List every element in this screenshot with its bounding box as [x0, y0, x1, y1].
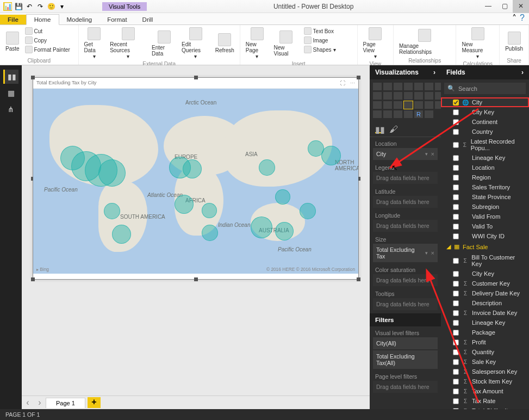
viz-type-icon[interactable]	[404, 92, 413, 100]
latitude-well[interactable]: Drag data fields here	[373, 196, 438, 208]
viz-type-icon[interactable]	[404, 83, 413, 90]
manage-relationships-button[interactable]: Manage Relationships	[398, 27, 451, 57]
tab-file[interactable]: File	[0, 15, 26, 24]
viz-type-icon[interactable]	[383, 92, 392, 100]
field-wwi-city-id[interactable]: WWI City ID	[441, 231, 529, 241]
viz-type-icon[interactable]	[425, 101, 433, 109]
field-checkbox[interactable]	[453, 330, 459, 336]
chevron-right-icon[interactable]: ›	[433, 69, 435, 76]
fields-tab-icon[interactable]: ▮▮	[375, 125, 384, 133]
minimize-button[interactable]: —	[480, 0, 496, 13]
new-visual-button[interactable]: New Visual	[272, 27, 299, 60]
viz-type-icon[interactable]	[383, 101, 392, 109]
size-well[interactable]: Total Excluding Tax▾×	[373, 244, 438, 262]
field-checkbox[interactable]	[453, 233, 459, 239]
field-checkbox[interactable]	[453, 165, 459, 171]
location-well[interactable]: City▾×	[373, 148, 438, 160]
field-tax-rate[interactable]: ΣTax Rate	[441, 396, 529, 406]
field-checkbox[interactable]	[453, 388, 459, 394]
field-valid-from[interactable]: Valid From	[441, 212, 529, 221]
field-checkbox[interactable]	[453, 281, 459, 287]
format-tab-icon[interactable]: 🖌	[389, 125, 398, 133]
field-city-key[interactable]: City Key	[441, 107, 529, 117]
edit-queries-button[interactable]: Edit Queries▾	[181, 27, 211, 60]
viz-type-icon[interactable]	[373, 110, 382, 118]
viz-type-icon[interactable]	[394, 101, 402, 109]
resize-handle[interactable]	[357, 277, 360, 281]
field-checkbox[interactable]	[453, 194, 459, 200]
get-data-button[interactable]: Get Data▾	[83, 27, 106, 60]
longitude-well[interactable]: Drag data fields here	[373, 220, 438, 232]
new-page-button[interactable]: New Page▾	[245, 27, 270, 60]
save-icon[interactable]: 💾	[14, 2, 23, 11]
field-checkbox[interactable]	[453, 204, 459, 210]
viz-type-icon[interactable]	[404, 110, 413, 118]
field-checkbox[interactable]	[453, 379, 459, 385]
field-continent[interactable]: Continent	[441, 117, 529, 127]
undo-icon[interactable]: ↶	[25, 2, 34, 11]
viz-type-icon[interactable]	[394, 110, 402, 118]
field-region[interactable]: Region	[441, 172, 529, 182]
field-tax-amount[interactable]: ΣTax Amount	[441, 386, 529, 396]
visualizations-header[interactable]: Visualizations›	[370, 65, 441, 79]
field-checkbox[interactable]	[453, 129, 459, 135]
resize-handle[interactable]	[31, 76, 35, 79]
field-bill-to-customer-key[interactable]: ΣBill To Customer Key	[441, 252, 529, 269]
field-checkbox[interactable]	[453, 155, 459, 161]
tab-modeling[interactable]: Modeling	[59, 15, 100, 24]
text-box-button[interactable]: Text Box	[303, 27, 353, 35]
data-view-icon[interactable]: ▦	[3, 86, 18, 100]
field-customer-key[interactable]: ΣCustomer Key	[441, 279, 529, 288]
color-saturation-well[interactable]: Drag data fields here	[373, 274, 438, 286]
field-checkbox[interactable]	[453, 320, 459, 326]
collapse-ribbon-icon[interactable]: ˄	[512, 13, 516, 23]
viz-type-icon[interactable]	[435, 101, 441, 109]
viz-type-icon[interactable]	[425, 92, 433, 100]
format-painter-button[interactable]: Format Painter	[24, 45, 74, 54]
field-description[interactable]: Description	[441, 298, 529, 308]
page-view-button[interactable]: Page View▾	[362, 27, 389, 60]
tab-format[interactable]: Format	[99, 15, 134, 24]
field-checkbox[interactable]	[453, 142, 459, 148]
maximize-button[interactable]: ▢	[496, 0, 513, 13]
qa-dropdown-icon[interactable]: ▾	[58, 2, 66, 11]
field-sales-territory[interactable]: Sales Territory	[441, 182, 529, 192]
field-checkbox[interactable]	[453, 349, 459, 355]
remove-field-icon[interactable]: ×	[431, 151, 434, 157]
tab-drill[interactable]: Drill	[135, 15, 161, 24]
field-checkbox[interactable]	[453, 271, 459, 277]
focus-mode-icon[interactable]: ⛶	[340, 81, 345, 86]
viz-type-icon[interactable]	[425, 83, 433, 90]
field-checkbox[interactable]	[453, 258, 459, 264]
field-checkbox[interactable]	[453, 369, 459, 375]
viz-type-icon[interactable]	[373, 83, 382, 90]
report-canvas[interactable]: Total Excluding Tax by City ⛶ ⋯ Arctic O…	[22, 65, 370, 409]
field-checkbox[interactable]	[453, 100, 459, 106]
model-view-icon[interactable]: ⋔	[3, 102, 18, 116]
shapes-button[interactable]: Shapes▾	[303, 45, 353, 54]
field-quantity[interactable]: ΣQuantity	[441, 347, 529, 357]
viz-type-icon[interactable]	[394, 92, 402, 100]
recent-sources-button[interactable]: Recent Sources▾	[109, 27, 147, 60]
paste-button[interactable]: Paste	[4, 27, 21, 57]
viz-type-icon[interactable]	[414, 92, 423, 100]
close-button[interactable]: ✕	[513, 0, 529, 13]
field-country[interactable]: Country	[441, 127, 529, 137]
field-subregion[interactable]: Subregion	[441, 202, 529, 212]
field-city-key-2[interactable]: City Key	[441, 269, 529, 279]
field-location[interactable]: Location	[441, 163, 529, 172]
filter-total-excl-tax[interactable]: Total Excluding Tax(All)	[373, 350, 438, 369]
tab-home[interactable]: Home	[26, 14, 59, 25]
page-tab-1[interactable]: Page 1	[46, 398, 85, 408]
page-filters-well[interactable]: Drag data fields here	[373, 381, 438, 393]
chevron-down-icon[interactable]: ▾	[425, 250, 428, 256]
viz-type-map-icon[interactable]	[404, 101, 413, 109]
field-checkbox[interactable]	[453, 175, 459, 181]
new-measure-button[interactable]: New Measure▾	[460, 27, 495, 60]
field-checkbox[interactable]	[453, 119, 459, 125]
resize-handle[interactable]	[194, 76, 198, 79]
resize-handle[interactable]	[31, 277, 35, 281]
field-delivery-date-key[interactable]: ΣDelivery Date Key	[441, 288, 529, 298]
field-lineage-key[interactable]: Lineage Key	[441, 153, 529, 163]
field-lineage-key-2[interactable]: Lineage Key	[441, 318, 529, 328]
